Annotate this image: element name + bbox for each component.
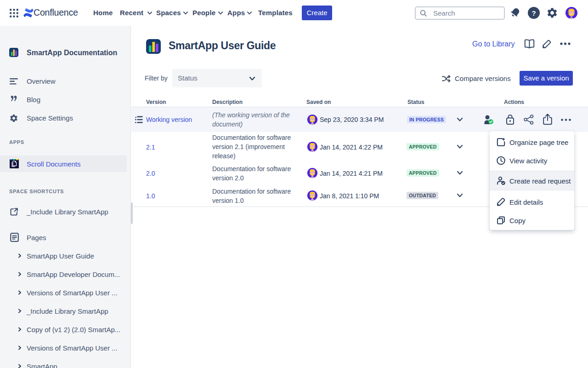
- svg-text:?: ?: [531, 9, 536, 17]
